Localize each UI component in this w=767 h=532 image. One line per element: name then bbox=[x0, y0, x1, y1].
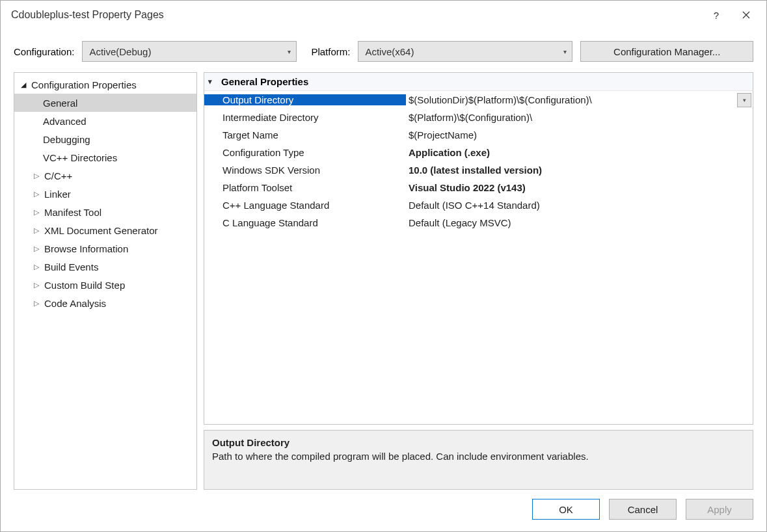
property-key: Windows SDK Version bbox=[204, 165, 406, 176]
tree-item-label: Advanced bbox=[43, 116, 87, 127]
description-title: Output Directory bbox=[212, 437, 745, 448]
property-row[interactable]: Target Name$(ProjectName) bbox=[204, 126, 753, 144]
property-key: C++ Language Standard bbox=[204, 200, 406, 211]
property-key: Platform Toolset bbox=[204, 182, 406, 193]
close-icon bbox=[742, 11, 750, 19]
tree-item[interactable]: ▷C/C++ bbox=[14, 166, 196, 185]
tree-item-label: Debugging bbox=[43, 134, 90, 145]
tree-item-label: Build Events bbox=[44, 261, 98, 273]
tree-root[interactable]: ◢ Configuration Properties bbox=[14, 75, 196, 94]
property-value[interactable]: $(ProjectName) bbox=[406, 129, 753, 140]
help-button[interactable]: ? bbox=[701, 5, 731, 25]
tree-item[interactable]: ▷Build Events bbox=[14, 258, 196, 276]
platform-label: Platform: bbox=[311, 46, 350, 57]
property-row[interactable]: Configuration TypeApplication (.exe) bbox=[204, 144, 753, 161]
description-text: Path to where the compiled program will … bbox=[212, 451, 745, 462]
right-column: ▾ General Properties Output Directory$(S… bbox=[204, 72, 753, 490]
window-title: Cdoubleplus-test Property Pages bbox=[11, 9, 701, 21]
expand-arrow-icon: ▷ bbox=[34, 299, 43, 308]
property-dropdown-button[interactable]: ▾ bbox=[737, 93, 751, 107]
tree-item[interactable]: ▷Manifest Tool bbox=[14, 203, 196, 221]
tree-item-label: General bbox=[43, 98, 77, 109]
chevron-down-icon: ▾ bbox=[743, 97, 746, 103]
close-button[interactable] bbox=[731, 5, 761, 25]
property-row[interactable]: Platform ToolsetVisual Studio 2022 (v143… bbox=[204, 179, 753, 196]
tree-item[interactable]: ▷Custom Build Step bbox=[14, 276, 196, 294]
chevron-down-icon: ▾ bbox=[563, 48, 567, 55]
property-value[interactable]: $(SolutionDir)$(Platform)\$(Configuratio… bbox=[406, 94, 734, 105]
tree-item-label: Linker bbox=[44, 189, 71, 200]
property-row[interactable]: C Language StandardDefault (Legacy MSVC) bbox=[204, 214, 753, 232]
property-key: Output Directory bbox=[204, 94, 406, 105]
tree-item-label: Code Analysis bbox=[44, 298, 106, 309]
platform-combo[interactable]: Active(x64) ▾ bbox=[358, 41, 572, 62]
property-key: Configuration Type bbox=[204, 147, 406, 158]
tree-panel[interactable]: ◢ Configuration Properties GeneralAdvanc… bbox=[14, 72, 197, 490]
tree-item[interactable]: VC++ Directories bbox=[14, 148, 196, 166]
configuration-manager-button[interactable]: Configuration Manager... bbox=[580, 41, 753, 62]
property-row[interactable]: Intermediate Directory$(Platform)\$(Conf… bbox=[204, 109, 753, 126]
expand-arrow-icon: ▷ bbox=[34, 208, 43, 217]
property-pages-dialog: Cdoubleplus-test Property Pages ? Config… bbox=[0, 0, 767, 532]
tree-item-label: Manifest Tool bbox=[44, 207, 101, 218]
property-key: Intermediate Directory bbox=[204, 112, 406, 123]
tree-item[interactable]: ▷Browse Information bbox=[14, 239, 196, 258]
ok-button[interactable]: OK bbox=[532, 499, 600, 520]
tree-item[interactable]: ▷XML Document Generator bbox=[14, 221, 196, 239]
tree-item-label: XML Document Generator bbox=[44, 225, 158, 236]
property-row[interactable]: C++ Language StandardDefault (ISO C++14 … bbox=[204, 196, 753, 214]
description-panel: Output Directory Path to where the compi… bbox=[204, 430, 753, 490]
property-value[interactable]: Visual Studio 2022 (v143) bbox=[406, 182, 753, 193]
property-value[interactable]: Default (Legacy MSVC) bbox=[406, 217, 753, 228]
titlebar: Cdoubleplus-test Property Pages ? bbox=[1, 1, 766, 29]
cancel-button[interactable]: Cancel bbox=[609, 499, 677, 520]
expand-arrow-icon: ▷ bbox=[34, 245, 43, 253]
properties-panel: ▾ General Properties Output Directory$(S… bbox=[204, 72, 753, 425]
expand-arrow-icon: ◢ bbox=[21, 81, 30, 89]
property-value[interactable]: Default (ISO C++14 Standard) bbox=[406, 200, 753, 211]
property-value[interactable]: 10.0 (latest installed version) bbox=[406, 165, 753, 176]
property-row[interactable]: Windows SDK Version10.0 (latest installe… bbox=[204, 161, 753, 179]
property-value[interactable]: Application (.exe) bbox=[406, 147, 753, 158]
property-key: C Language Standard bbox=[204, 217, 406, 228]
main-area: ◢ Configuration Properties GeneralAdvanc… bbox=[1, 70, 766, 490]
property-value[interactable]: $(Platform)\$(Configuration)\ bbox=[406, 112, 753, 123]
config-bar: Configuration: Active(Debug) ▾ Platform:… bbox=[1, 29, 766, 70]
property-row[interactable]: Output Directory$(SolutionDir)$(Platform… bbox=[204, 91, 753, 109]
expand-arrow-icon: ▷ bbox=[34, 190, 43, 198]
expand-arrow-icon: ▷ bbox=[34, 172, 43, 180]
tree-item-label: C/C++ bbox=[44, 170, 72, 181]
tree-item[interactable]: Advanced bbox=[14, 112, 196, 130]
tree-item-label: Custom Build Step bbox=[44, 280, 125, 291]
tree-item[interactable]: General bbox=[14, 94, 196, 112]
tree-item-label: VC++ Directories bbox=[43, 152, 117, 163]
footer: OK Cancel Apply bbox=[1, 490, 766, 531]
properties-header[interactable]: ▾ General Properties bbox=[204, 73, 753, 91]
tree-item[interactable]: Debugging bbox=[14, 130, 196, 148]
expand-arrow-icon: ▷ bbox=[34, 263, 43, 271]
tree-item-label: Browse Information bbox=[44, 243, 128, 254]
property-key: Target Name bbox=[204, 129, 406, 140]
apply-button[interactable]: Apply bbox=[686, 499, 753, 520]
configuration-value: Active(Debug) bbox=[89, 46, 282, 57]
expand-arrow-icon: ▷ bbox=[34, 226, 43, 235]
tree-item[interactable]: ▷Code Analysis bbox=[14, 294, 196, 312]
platform-value: Active(x64) bbox=[365, 46, 558, 57]
configuration-combo[interactable]: Active(Debug) ▾ bbox=[82, 41, 297, 62]
chevron-down-icon: ▾ bbox=[208, 77, 221, 86]
configuration-label: Configuration: bbox=[14, 46, 74, 57]
expand-arrow-icon: ▷ bbox=[34, 281, 43, 289]
chevron-down-icon: ▾ bbox=[288, 48, 291, 55]
tree-item[interactable]: ▷Linker bbox=[14, 185, 196, 203]
